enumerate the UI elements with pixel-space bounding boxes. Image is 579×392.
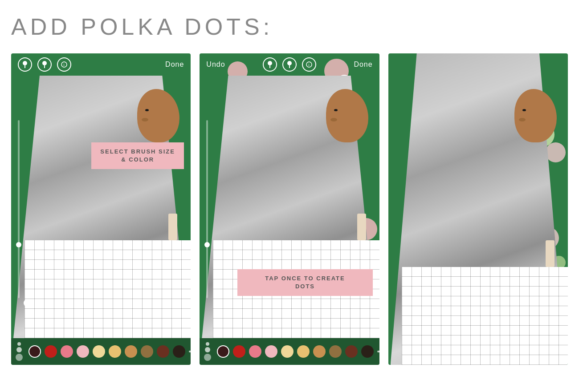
- color-swatch-p2-lightpink[interactable]: [265, 345, 277, 358]
- svg-point-0: [23, 61, 27, 65]
- color-swatch-cream[interactable]: [93, 345, 105, 358]
- color-swatch-red[interactable]: [45, 345, 57, 358]
- page-container: ADD POLKA DOTS:: [0, 0, 579, 392]
- brush-size-medium-icon[interactable]: [37, 57, 52, 72]
- panel-2-toolbar-icons: i: [263, 57, 316, 72]
- panel-2-brush-small-icon[interactable]: [263, 57, 277, 72]
- panel-2-info-icon[interactable]: i: [302, 57, 316, 72]
- color-swatch-lightpink[interactable]: [77, 345, 89, 358]
- panel-2-tooltip: TAP ONCE TO CREATEDOTS: [237, 269, 372, 296]
- panel-2-color-palette: [200, 338, 379, 365]
- info-icon[interactable]: i: [57, 57, 71, 72]
- brush-slider-thumb: [16, 242, 21, 247]
- color-swatch-p2-red[interactable]: [233, 345, 245, 358]
- panel-3: [388, 53, 568, 365]
- panel-2-tooltip-text: TAP ONCE TO CREATEDOTS: [245, 275, 365, 291]
- panel-1-color-palette: [11, 338, 191, 365]
- color-swatch-p2-tan[interactable]: [297, 345, 310, 358]
- panel-2-undo-button[interactable]: Undo: [206, 61, 225, 69]
- panel-1-tooltip-text: SELECT BRUSH SIZE & COLOR: [98, 148, 177, 164]
- svg-rect-7: [269, 65, 270, 68]
- panel-2-brush-slider[interactable]: [206, 120, 208, 298]
- panel-2-brush-medium-icon[interactable]: [282, 57, 297, 72]
- panel-2-top-bar: Undo: [200, 53, 379, 76]
- size-indicator-dot: [24, 299, 32, 307]
- panel-2-brush-slider-thumb: [204, 242, 210, 247]
- color-swatch-p2-darktan[interactable]: [329, 345, 342, 358]
- color-swatch-darktan[interactable]: [141, 345, 153, 358]
- color-swatch-brown[interactable]: [125, 345, 137, 358]
- brush-size-small-icon[interactable]: [18, 57, 32, 72]
- svg-point-8: [287, 61, 292, 65]
- color-swatch-p2-charcoal[interactable]: [361, 345, 374, 358]
- color-swatch-p2-brown[interactable]: [313, 345, 326, 358]
- panel-2: Undo: [200, 53, 379, 365]
- color-swatch-pink[interactable]: [61, 345, 73, 358]
- color-swatch-p2-darkbrown[interactable]: [217, 345, 229, 358]
- color-swatch-p2-cream[interactable]: [281, 345, 294, 358]
- svg-text:i: i: [64, 63, 65, 67]
- svg-rect-3: [44, 65, 45, 68]
- svg-rect-1: [24, 65, 25, 68]
- color-swatch-p2-pink[interactable]: [249, 345, 261, 358]
- color-swatch-tan[interactable]: [109, 345, 121, 358]
- color-swatch-darkbrown[interactable]: [29, 345, 41, 358]
- svg-rect-9: [289, 65, 290, 68]
- panel-1-top-bar: i Done: [11, 53, 191, 76]
- color-swatch-p2-rust[interactable]: [345, 345, 358, 358]
- svg-point-2: [42, 61, 47, 65]
- page-title: ADD POLKA DOTS:: [11, 13, 568, 40]
- panel-1-toolbar-icons: i: [18, 57, 71, 72]
- brush-size-slider[interactable]: [18, 120, 20, 298]
- svg-text:i: i: [308, 63, 309, 67]
- panel-1-tooltip: SELECT BRUSH SIZE & COLOR: [91, 142, 184, 169]
- panel-1: i Done: [11, 53, 191, 365]
- color-swatch-rust[interactable]: [157, 345, 169, 358]
- panel-2-done-button[interactable]: Done: [354, 61, 372, 69]
- panels-row: i Done: [11, 53, 568, 365]
- color-swatch-charcoal[interactable]: [173, 345, 185, 358]
- svg-point-6: [268, 61, 272, 65]
- panel-1-done-button[interactable]: Done: [165, 61, 184, 69]
